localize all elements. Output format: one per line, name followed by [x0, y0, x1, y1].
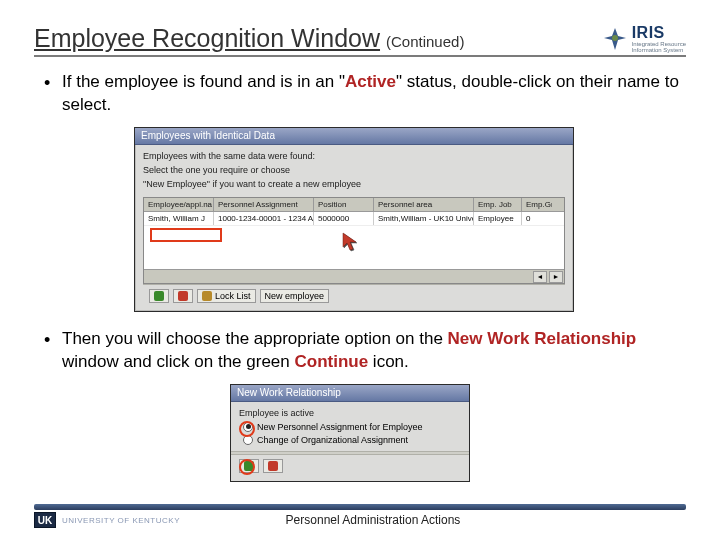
divider [231, 451, 469, 455]
new-employee-button[interactable]: New employee [260, 289, 330, 303]
employee-grid: Employee/appl.na Personnel Assignment Po… [143, 197, 565, 284]
cell-group: 0 [522, 212, 552, 225]
close-icon [178, 291, 188, 301]
dialog1-info2: Select the one you require or choose [143, 165, 565, 175]
cell-job: Employee [474, 212, 522, 225]
col-area[interactable]: Personnel area [374, 198, 474, 211]
col-assignment[interactable]: Personnel Assignment [214, 198, 314, 211]
uk-logo: UK UNIVERSITY OF KENTUCKY [34, 512, 180, 528]
lock-icon [202, 291, 212, 301]
lock-list-button[interactable]: Lock List [197, 289, 256, 303]
cell-assign: 1000-1234-00001 - 1234 Asst Prof [214, 212, 314, 225]
radio-new-assignment-label: New Personnel Assignment for Employee [257, 422, 423, 432]
radio-new-assignment[interactable]: New Personnel Assignment for Employee [243, 422, 461, 432]
bullet1-active: Active [345, 72, 396, 91]
lock-list-label: Lock List [215, 291, 251, 301]
cell-area: Smith,William - UK10 University [374, 212, 474, 225]
new-employee-label: New employee [265, 291, 325, 301]
iris-icon [602, 26, 628, 52]
footer-caption: Personnel Administration Actions [180, 513, 566, 527]
new-work-relationship-dialog: New Work Relationship Employee is active… [230, 384, 470, 482]
bullet-active-status: If the employee is found and is in an "A… [44, 71, 686, 117]
dialog2-title: New Work Relationship [231, 385, 469, 402]
check-icon [154, 291, 164, 301]
continue-button[interactable] [149, 289, 169, 303]
horizontal-scrollbar[interactable]: ◄ ► [144, 269, 564, 283]
logo-text: IRIS [632, 25, 686, 41]
bullet2-post: icon. [368, 352, 409, 371]
dialog1-info1: Employees with the same data were found: [143, 151, 565, 161]
bullet-new-work-relationship: Then you will choose the appropriate opt… [44, 328, 686, 374]
cell-position: 5000000 [314, 212, 374, 225]
bullet1-pre: If the employee is found and is in an " [62, 72, 345, 91]
scroll-left-icon[interactable]: ◄ [533, 271, 547, 283]
page-title: Employee Recognition Window [34, 24, 380, 53]
radio-change-org-label: Change of Organizational Assignment [257, 435, 408, 445]
bullet2-pre: Then you will choose the appropriate opt… [62, 329, 448, 348]
dialog2-status: Employee is active [239, 408, 461, 418]
radio-change-org[interactable]: Change of Organizational Assignment [243, 435, 461, 445]
cancel-button[interactable] [173, 289, 193, 303]
cell-name: Smith, William J [144, 212, 214, 225]
uk-mark: UK [34, 512, 56, 528]
bullet2-mid: window and click on the green [62, 352, 294, 371]
table-row[interactable]: Smith, William J 1000-1234-00001 - 1234 … [144, 212, 564, 225]
footer-rule [34, 504, 686, 510]
bullet2-continue: Continue [294, 352, 368, 371]
slide-footer: UK UNIVERSITY OF KENTUCKY Personnel Admi… [34, 504, 686, 528]
page-subtitle: (Continued) [386, 33, 464, 50]
close-icon [268, 461, 278, 471]
bullet2-newwork: New Work Relationship [448, 329, 637, 348]
check-icon [244, 461, 254, 471]
dialog1-title: Employees with Identical Data [135, 128, 573, 145]
continue-button[interactable] [239, 459, 259, 473]
dialog1-info3: "New Employee" if you want to create a n… [143, 179, 565, 189]
logo-tagline-2: Information System [632, 47, 686, 53]
svg-point-0 [612, 35, 618, 41]
cancel-button[interactable] [263, 459, 283, 473]
radio-button-icon [243, 422, 253, 432]
radio-button-icon [243, 435, 253, 445]
uk-text: UNIVERSITY OF KENTUCKY [62, 516, 180, 525]
col-name[interactable]: Employee/appl.na [144, 198, 214, 211]
dialog1-toolbar: Lock List New employee [143, 284, 565, 307]
col-position[interactable]: Position [314, 198, 374, 211]
slide-header: Employee Recognition Window (Continued) … [34, 24, 686, 57]
col-job[interactable]: Emp. Job [474, 198, 522, 211]
col-group[interactable]: Emp.Gr [522, 198, 552, 211]
iris-logo: IRIS Integrated Resource Information Sys… [602, 25, 686, 53]
identical-data-dialog: Employees with Identical Data Employees … [134, 127, 574, 312]
scroll-right-icon[interactable]: ► [549, 271, 563, 283]
grid-empty-area [144, 225, 564, 269]
title-group: Employee Recognition Window (Continued) [34, 24, 464, 53]
